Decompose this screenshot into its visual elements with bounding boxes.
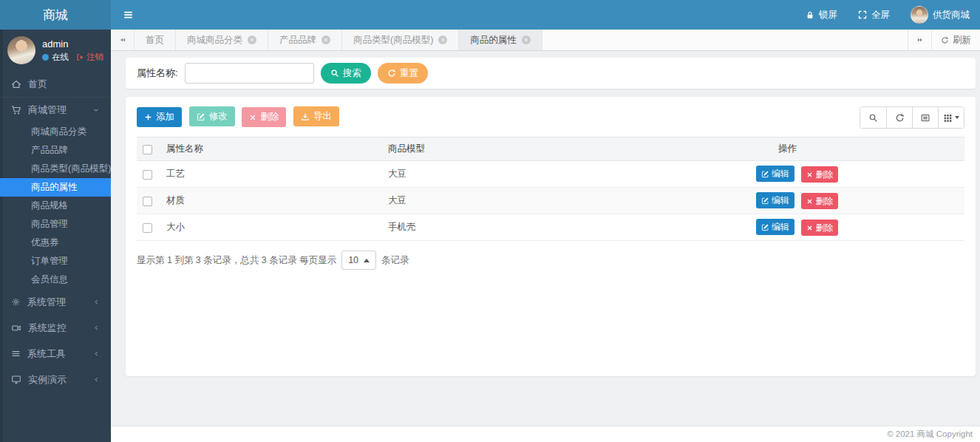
pagination-suffix: 条记录 (381, 254, 409, 267)
table-row: 材质 大豆 编辑 删除 (137, 188, 964, 214)
pagination-info: 显示第 1 到第 3 条记录，总共 3 条记录 每页显示 (137, 254, 336, 267)
table-refresh-button[interactable] (886, 107, 912, 128)
plus-icon (144, 113, 152, 121)
tab-refresh-button[interactable]: 刷新 (931, 30, 980, 50)
chevron-down-icon (92, 106, 100, 114)
export-button-label: 导出 (313, 110, 332, 123)
sidebar-item-demo[interactable]: 实例演示 (0, 367, 111, 392)
x-icon (806, 171, 813, 178)
page-size-dropdown[interactable]: 10 (341, 251, 376, 270)
row-edit-button[interactable]: 编辑 (756, 166, 794, 182)
search-button[interactable]: 搜索 (321, 63, 371, 84)
sidebar-item-mall-management[interactable]: 商城管理 (0, 97, 111, 123)
tab-product-category[interactable]: 商城商品分类 × (176, 30, 268, 50)
row-checkbox[interactable] (143, 197, 152, 206)
online-status-icon (42, 54, 49, 61)
lock-screen-label: 锁屏 (819, 9, 837, 21)
row-edit-label: 编辑 (772, 168, 789, 180)
user-menu[interactable]: 供货商城 (900, 0, 980, 30)
caret-up-icon (364, 259, 370, 262)
row-delete-button[interactable]: 删除 (801, 220, 838, 236)
sidebar-item-label: 实例演示 (28, 373, 86, 387)
attr-name-cell: 工艺 (160, 161, 382, 188)
close-icon[interactable]: × (248, 35, 256, 44)
edit-button[interactable]: 修改 (189, 106, 235, 126)
sidebar-item-label: 首页 (28, 78, 47, 91)
tab-home[interactable]: 首页 (135, 30, 176, 50)
x-icon (806, 225, 813, 231)
toolbar-buttons: 添加 修改 删除 导出 (137, 106, 344, 127)
table-card-view-button[interactable] (912, 107, 938, 128)
edit-button-label: 修改 (209, 110, 228, 123)
tab-label: 商品的属性 (470, 34, 517, 47)
sidebar-item-product-type[interactable]: 商品类型(商品模型) (0, 160, 111, 178)
model-cell: 大豆 (382, 161, 750, 188)
search-icon (868, 113, 878, 123)
sidebar-item-home[interactable]: 首页 (0, 71, 111, 97)
logout-link[interactable]: 注销 (76, 52, 103, 63)
lock-screen-button[interactable]: 锁屏 (795, 0, 848, 30)
table-columns-button[interactable] (938, 107, 964, 128)
fullscreen-label: 全屏 (871, 9, 890, 21)
sidebar-item-product-management[interactable]: 商品管理 (0, 215, 111, 234)
reset-button[interactable]: 重置 (378, 63, 428, 84)
tab-product-brand[interactable]: 产品品牌 × (268, 30, 342, 50)
add-button[interactable]: 添加 (137, 107, 182, 127)
username: admin (42, 38, 103, 50)
online-status-label: 在线 (52, 52, 69, 63)
sidebar-item-product-category[interactable]: 商城商品分类 (0, 123, 111, 141)
chevron-left-icon (93, 299, 100, 305)
user-panel: admin 在线 注销 (0, 30, 111, 71)
user-menu-label: 供货商城 (933, 9, 970, 21)
close-icon[interactable]: × (321, 35, 330, 44)
tabs-scroll-left-button[interactable] (111, 30, 135, 50)
cart-icon (11, 105, 21, 115)
edit-icon (761, 223, 769, 231)
row-edit-button[interactable]: 编辑 (756, 192, 794, 208)
tab-product-attribute[interactable]: 商品的属性 × (459, 30, 542, 50)
tab-product-type[interactable]: 商品类型(商品模型) × (342, 30, 459, 50)
sidebar-item-label: 系统管理 (27, 296, 86, 309)
tabs-scroll-right-button[interactable] (908, 30, 931, 50)
home-icon (11, 79, 21, 89)
row-edit-button[interactable]: 编辑 (756, 219, 794, 235)
sidebar-item-system-tools[interactable]: 系统工具 (0, 341, 111, 367)
chevron-left-icon (93, 324, 100, 331)
attr-name-input[interactable] (185, 63, 314, 84)
table-panel: 添加 修改 删除 导出 (126, 97, 976, 376)
delete-button[interactable]: 删除 (242, 107, 286, 127)
sidebar-item-member-info[interactable]: 会员信息 (0, 271, 111, 289)
list-icon (11, 349, 21, 358)
export-button[interactable]: 导出 (293, 106, 339, 126)
sidebar-item-order-management[interactable]: 订单管理 (0, 252, 111, 271)
close-icon[interactable]: × (522, 35, 531, 44)
column-header-actions: 操作 (750, 137, 964, 161)
fullscreen-button[interactable]: 全屏 (848, 0, 900, 30)
sidebar-item-product-attribute[interactable]: 商品的属性 (0, 178, 111, 197)
row-checkbox[interactable] (143, 223, 152, 233)
sidebar-item-product-brand[interactable]: 产品品牌 (0, 141, 111, 160)
model-cell: 大豆 (382, 188, 750, 214)
select-all-checkbox[interactable] (143, 145, 152, 154)
table-search-toggle-button[interactable] (860, 107, 886, 128)
row-delete-button[interactable]: 删除 (801, 193, 838, 209)
row-checkbox[interactable] (143, 170, 152, 180)
sidebar-item-product-spec[interactable]: 商品规格 (0, 197, 111, 215)
app-header: 商城 锁屏 全屏 供货商城 (0, 0, 980, 30)
avatar[interactable] (7, 36, 35, 64)
sidebar-toggle-button[interactable] (111, 0, 145, 30)
row-delete-label: 删除 (815, 222, 833, 234)
column-header-attr-name: 属性名称 (160, 137, 382, 161)
table-row: 工艺 大豆 编辑 删除 (137, 161, 964, 188)
sidebar-item-system-monitor[interactable]: 系统监控 (0, 315, 111, 341)
row-delete-button[interactable]: 删除 (801, 166, 838, 183)
tab-label: 商城商品分类 (187, 34, 242, 47)
app-logo[interactable]: 商城 (0, 0, 111, 30)
close-icon[interactable]: × (438, 35, 447, 44)
row-delete-label: 删除 (815, 195, 833, 208)
video-camera-icon (11, 323, 21, 333)
edit-icon (197, 112, 205, 121)
sidebar-item-system-management[interactable]: 系统管理 (0, 289, 111, 315)
table-row: 大小 手机壳 编辑 删除 (137, 214, 964, 241)
sidebar-item-coupon[interactable]: 优惠券 (0, 234, 111, 252)
